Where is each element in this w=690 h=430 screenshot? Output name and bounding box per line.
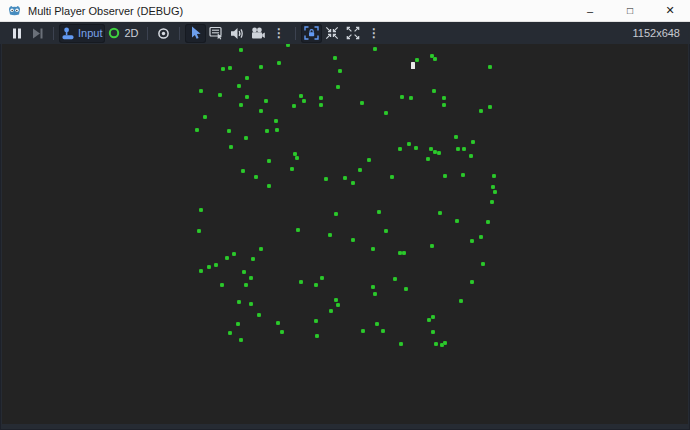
- input-mode-button[interactable]: Input: [59, 24, 105, 43]
- toolbar-separator: [295, 27, 296, 40]
- resolution-label: 1152x648: [632, 27, 684, 39]
- camera-override-menu-button[interactable]: ⋮: [269, 24, 290, 43]
- cursor-arrow-icon: [189, 26, 202, 40]
- toolbar-separator: [53, 27, 54, 40]
- pause-icon: [12, 28, 22, 39]
- pause-button[interactable]: [6, 24, 27, 43]
- toolbar-separator: [179, 27, 180, 40]
- camera-2d-label: 2D: [124, 28, 138, 39]
- joystick-icon: [62, 27, 74, 40]
- camera-2d-button[interactable]: 2D: [105, 24, 141, 43]
- input-mode-label: Input: [78, 28, 102, 39]
- embed-lock-icon: [304, 26, 319, 40]
- vertical-ellipsis-icon: ⋮: [273, 27, 285, 39]
- shrink-arrows-icon: [325, 26, 339, 40]
- mute-audio-button[interactable]: [227, 24, 248, 43]
- embed-game-button[interactable]: [301, 24, 322, 43]
- window-titlebar[interactable]: Multi Player Observer (DEBUG) – □ ✕: [0, 0, 690, 22]
- next-frame-icon: [32, 28, 43, 39]
- list-select-icon: [209, 26, 223, 40]
- camera-icon: [251, 27, 265, 40]
- camera-override-button[interactable]: [248, 24, 269, 43]
- vertical-ellipsis-icon: ⋮: [368, 27, 380, 39]
- expand-arrows-icon: [346, 26, 360, 40]
- game-viewport[interactable]: [2, 44, 688, 424]
- window-controls: – □ ✕: [570, 0, 690, 21]
- godot-app-icon: [8, 4, 21, 17]
- speaker-icon: [230, 27, 244, 40]
- embed-options-menu-button[interactable]: ⋮: [364, 24, 385, 43]
- expand-window-button[interactable]: [343, 24, 364, 43]
- close-button[interactable]: ✕: [650, 0, 690, 21]
- next-frame-button[interactable]: [27, 24, 48, 43]
- maximize-button[interactable]: □: [610, 0, 650, 21]
- list-select-button[interactable]: [206, 24, 227, 43]
- visibility-icon: [157, 27, 170, 40]
- circle-2d-icon: [108, 27, 120, 39]
- selection-visibility-button[interactable]: [153, 24, 174, 43]
- game-toolbar: Input 2D: [0, 22, 690, 44]
- select-mode-button[interactable]: [185, 24, 206, 43]
- minimize-button[interactable]: –: [570, 0, 610, 21]
- window-title: Multi Player Observer (DEBUG): [28, 5, 183, 17]
- toolbar-separator: [147, 27, 148, 40]
- shrink-window-button[interactable]: [322, 24, 343, 43]
